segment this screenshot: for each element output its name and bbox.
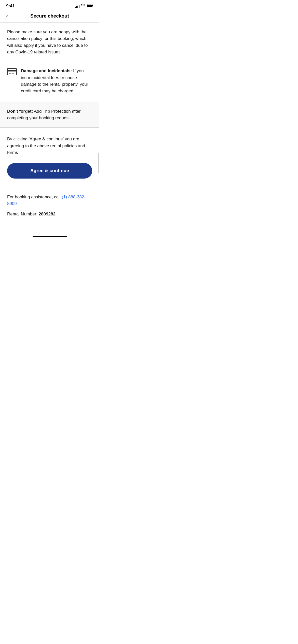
svg-rect-6 <box>12 73 14 74</box>
rental-label: Rental Number: <box>7 212 39 216</box>
booking-assistance-text: For booking assistance, call (1) 888-382… <box>7 194 92 207</box>
svg-rect-4 <box>7 70 17 71</box>
agree-continue-button[interactable]: Agree & continue <box>7 163 92 179</box>
footer-section: For booking assistance, call (1) 888-382… <box>0 185 99 223</box>
damage-section: Damage and Incidentals: If you incur inc… <box>0 63 99 101</box>
rental-number-text: Rental Number: 2809282 <box>7 211 92 217</box>
home-indicator <box>0 233 99 239</box>
trip-protection-section: Don't forget: Add Trip Protection after … <box>0 102 99 128</box>
svg-rect-1 <box>87 5 92 7</box>
svg-rect-2 <box>92 5 93 6</box>
scroll-indicator <box>98 153 99 173</box>
svg-rect-3 <box>7 68 17 75</box>
damage-bold-label: Damage and Incidentals: <box>21 68 72 73</box>
damage-text: Damage and Incidentals: If you incur inc… <box>21 68 92 94</box>
trip-protection-text: Don't forget: Add Trip Protection after … <box>7 108 92 122</box>
nav-header: ‹ Secure checkout <box>0 11 99 23</box>
wifi-icon <box>81 4 85 8</box>
battery-icon <box>87 4 93 8</box>
agreement-section: By clicking 'Agree & continue' you are a… <box>0 128 99 185</box>
main-content: Please make sure you are happy with the … <box>0 23 99 239</box>
svg-rect-5 <box>9 73 11 74</box>
agreement-text: By clicking 'Agree & continue' you are a… <box>7 136 92 156</box>
home-bar <box>33 236 67 237</box>
page-title: Secure checkout <box>30 13 69 19</box>
rental-number-value: 2809282 <box>39 212 56 216</box>
assistance-label: For booking assistance, call <box>7 195 62 199</box>
signal-icon <box>75 4 79 8</box>
trip-protection-bold-label: Don't forget: <box>7 109 33 114</box>
credit-card-icon <box>7 68 17 76</box>
status-time: 9:41 <box>6 4 15 9</box>
status-bar: 9:41 <box>0 0 99 11</box>
status-icons <box>75 4 93 8</box>
cancellation-section: Please make sure you are happy with the … <box>0 23 99 63</box>
damage-row: Damage and Incidentals: If you incur inc… <box>7 68 92 94</box>
cancellation-text: Please make sure you are happy with the … <box>7 29 92 55</box>
back-button[interactable]: ‹ <box>5 12 9 20</box>
